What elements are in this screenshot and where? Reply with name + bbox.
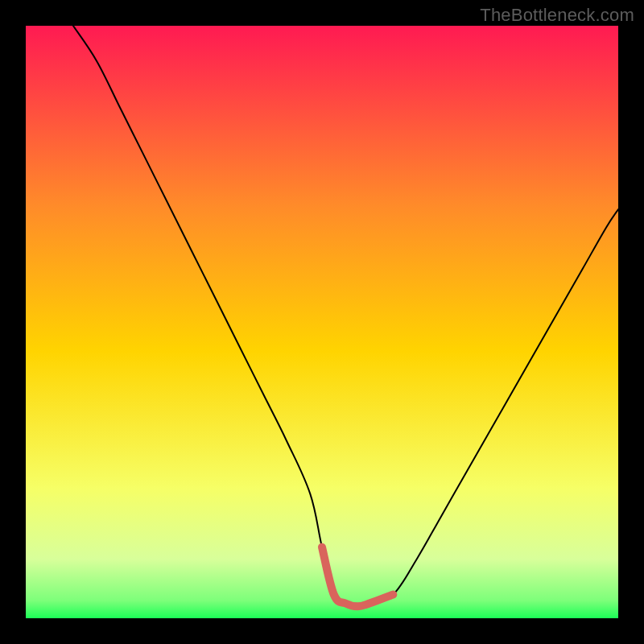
chart-plot-area bbox=[26, 26, 618, 618]
gradient-background bbox=[26, 26, 618, 618]
watermark-text: TheBottleneck.com bbox=[480, 5, 634, 26]
chart-svg bbox=[26, 26, 618, 618]
chart-frame: TheBottleneck.com bbox=[0, 0, 644, 644]
